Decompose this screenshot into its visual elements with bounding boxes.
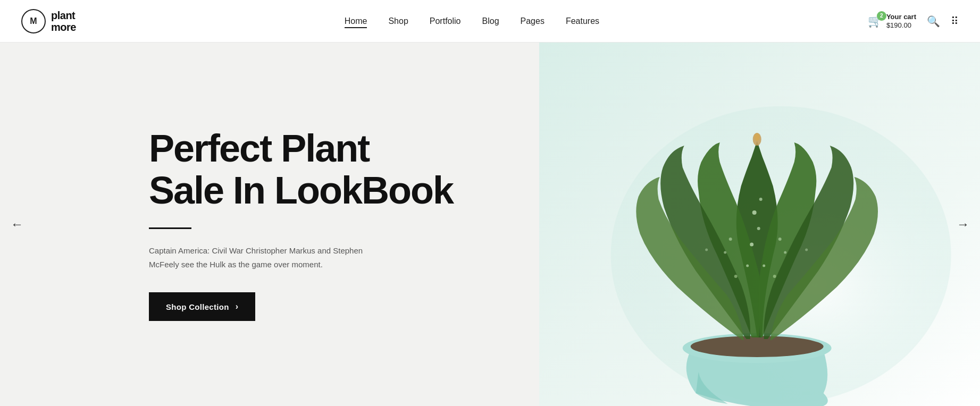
hero-section: ← Perfect Plant Sale In LookBook Captain… bbox=[0, 43, 980, 406]
hero-heading: Perfect Plant Sale In LookBook bbox=[149, 128, 475, 212]
svg-point-12 bbox=[805, 249, 808, 251]
logo[interactable]: M plant more bbox=[21, 9, 76, 33]
shop-collection-button[interactable]: Shop Collection › bbox=[149, 292, 255, 321]
svg-point-8 bbox=[724, 251, 726, 254]
svg-point-14 bbox=[773, 275, 776, 278]
cart-badge: 2 bbox=[877, 11, 886, 21]
cart-button[interactable]: 🛒 2 Your cart $190.00 bbox=[868, 13, 916, 29]
cta-arrow: › bbox=[236, 302, 239, 311]
nav-item-shop[interactable]: Shop bbox=[388, 16, 408, 26]
nav-item-pages[interactable]: Pages bbox=[521, 16, 545, 26]
hero-left: ← Perfect Plant Sale In LookBook Captain… bbox=[0, 43, 539, 406]
header-actions: 🛒 2 Your cart $190.00 🔍 ⠿ bbox=[868, 13, 959, 29]
main-nav: Home Shop Portfolio Blog Pages Features bbox=[345, 16, 599, 26]
header: M plant more Home Shop Portfolio Blog Pa… bbox=[0, 0, 980, 43]
svg-point-11 bbox=[705, 249, 708, 251]
svg-point-4 bbox=[757, 227, 760, 230]
slider-next-button[interactable]: → bbox=[957, 217, 969, 232]
cart-icon-wrap: 🛒 2 bbox=[868, 14, 882, 28]
nav-item-features[interactable]: Features bbox=[566, 16, 599, 26]
svg-point-6 bbox=[759, 198, 762, 201]
cart-amount: $190.00 bbox=[886, 21, 916, 30]
grid-icon[interactable]: ⠿ bbox=[951, 15, 959, 28]
page-wrapper: M plant more Home Shop Portfolio Blog Pa… bbox=[0, 0, 980, 406]
hero-divider bbox=[149, 227, 191, 229]
svg-point-16 bbox=[763, 265, 765, 267]
logo-circle: M bbox=[21, 9, 46, 33]
nav-item-home[interactable]: Home bbox=[345, 16, 367, 26]
cart-title: Your cart bbox=[886, 13, 916, 21]
search-icon[interactable]: 🔍 bbox=[927, 15, 940, 28]
svg-point-7 bbox=[728, 238, 732, 241]
svg-point-9 bbox=[778, 238, 781, 241]
svg-point-5 bbox=[750, 243, 753, 247]
slider-prev-button[interactable]: ← bbox=[11, 217, 23, 232]
logo-text: plant more bbox=[51, 10, 76, 33]
hero-description: Captain America: Civil War Christopher M… bbox=[149, 244, 378, 271]
nav-item-blog[interactable]: Blog bbox=[482, 16, 499, 26]
svg-point-13 bbox=[734, 275, 737, 278]
svg-point-2 bbox=[690, 336, 823, 357]
svg-point-15 bbox=[746, 265, 749, 267]
svg-point-10 bbox=[784, 251, 786, 254]
nav-item-portfolio[interactable]: Portfolio bbox=[430, 16, 461, 26]
hero-right: → bbox=[539, 43, 980, 406]
cart-label: Your cart $190.00 bbox=[886, 13, 916, 29]
svg-point-3 bbox=[752, 210, 756, 215]
svg-point-18 bbox=[754, 133, 759, 141]
plant-illustration bbox=[539, 43, 980, 406]
